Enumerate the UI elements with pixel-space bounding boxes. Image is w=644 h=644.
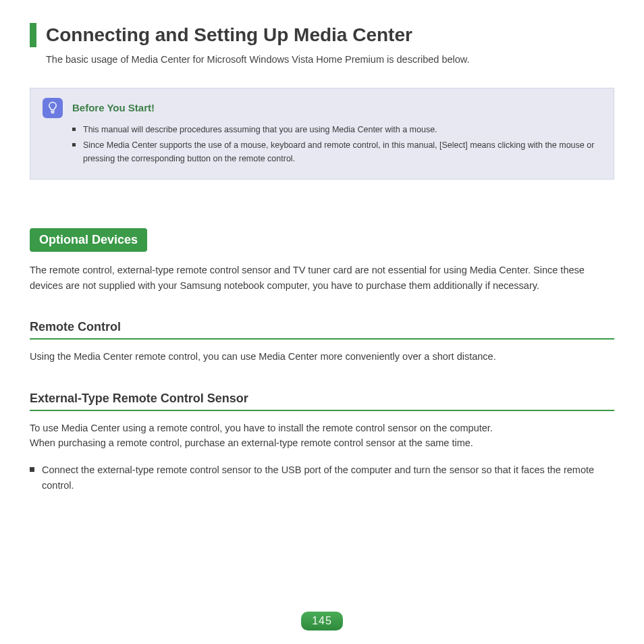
manual-page: Connecting and Setting Up Media Center T… bbox=[0, 0, 644, 493]
bullet-list: Connect the external-type remote control… bbox=[30, 462, 614, 493]
title-row: Connecting and Setting Up Media Center bbox=[30, 23, 614, 47]
tip-item: This manual will describe procedures ass… bbox=[72, 124, 601, 136]
tip-title: Before You Start! bbox=[72, 102, 155, 113]
tip-box: Before You Start! This manual will descr… bbox=[30, 88, 614, 180]
lightbulb-icon bbox=[43, 98, 63, 118]
intro-text: The basic usage of Media Center for Micr… bbox=[46, 54, 614, 65]
page-number-wrap: 145 bbox=[0, 612, 644, 630]
page-number-badge: 145 bbox=[301, 612, 343, 630]
section-body: The remote control, external-type remote… bbox=[30, 263, 614, 293]
subsection-body: Using the Media Center remote control, y… bbox=[30, 349, 614, 364]
subsection-body: To use Media Center using a remote contr… bbox=[30, 421, 614, 451]
subsection-heading: External-Type Remote Control Sensor bbox=[30, 392, 614, 411]
tip-list: This manual will describe procedures ass… bbox=[72, 124, 601, 165]
page-title: Connecting and Setting Up Media Center bbox=[46, 24, 412, 46]
title-accent-bar bbox=[30, 23, 36, 47]
subsection-heading: Remote Control bbox=[30, 320, 614, 340]
section-heading-tag: Optional Devices bbox=[30, 228, 147, 252]
bullet-item: Connect the external-type remote control… bbox=[30, 462, 614, 493]
tip-item: Since Media Center supports the use of a… bbox=[72, 139, 601, 165]
tip-header: Before You Start! bbox=[43, 98, 601, 118]
